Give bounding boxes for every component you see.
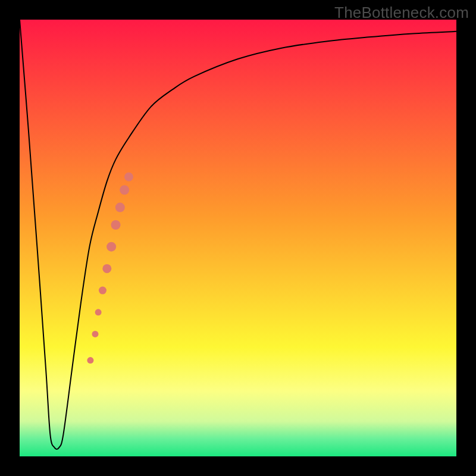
highlight-point xyxy=(99,287,107,295)
bottleneck-curve xyxy=(20,20,456,449)
highlight-point xyxy=(124,173,133,181)
highlight-point xyxy=(87,357,93,364)
watermark-text: TheBottleneck.com xyxy=(334,4,469,22)
highlight-point xyxy=(120,185,129,195)
highlight-point xyxy=(115,203,125,212)
curve-layer xyxy=(20,20,456,456)
highlight-markers xyxy=(87,173,133,364)
plot-area xyxy=(20,20,456,456)
chart-container: { "watermark": "TheBottleneck.com", "cha… xyxy=(0,0,476,476)
highlight-point xyxy=(92,331,98,337)
highlight-point xyxy=(102,264,111,273)
highlight-point xyxy=(111,220,120,230)
highlight-point xyxy=(107,242,116,252)
highlight-point xyxy=(95,309,102,315)
